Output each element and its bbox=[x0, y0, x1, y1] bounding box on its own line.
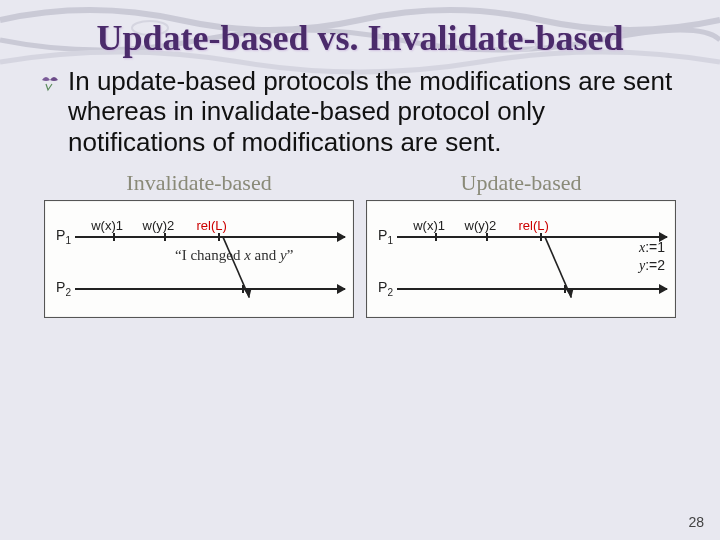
right-box: P1 w(x)1 w(y)2 rel(L) x:=1 y:=2 P2 bbox=[366, 200, 676, 318]
right-p1-timeline: P1 w(x)1 w(y)2 rel(L) bbox=[375, 215, 667, 259]
body-text: In update-based protocols the modificati… bbox=[68, 66, 680, 158]
right-ev1: w(x)1 bbox=[413, 218, 445, 233]
bullet-icon bbox=[40, 76, 60, 92]
right-heading: Update-based bbox=[366, 170, 676, 196]
left-box: P1 w(x)1 w(y)2 rel(L) “I changed x and y… bbox=[44, 200, 354, 318]
left-ev3: rel(L) bbox=[197, 218, 227, 233]
left-p2-timeline: P2 bbox=[53, 267, 345, 311]
left-diagram: Invalidate-based P1 w(x)1 w(y)2 rel(L) “… bbox=[44, 170, 354, 318]
left-p1-label: P1 bbox=[53, 227, 71, 246]
right-p2-label: P2 bbox=[375, 279, 393, 298]
left-p2-label: P2 bbox=[53, 279, 71, 298]
slide-title: Update-based vs. Invalidate-based bbox=[40, 20, 680, 58]
left-ev2: w(y)2 bbox=[143, 218, 175, 233]
right-ev2: w(y)2 bbox=[465, 218, 497, 233]
left-quote: “I changed x and y” bbox=[175, 247, 293, 264]
right-ev3: rel(L) bbox=[519, 218, 549, 233]
right-diagram: Update-based P1 w(x)1 w(y)2 rel(L) x:=1 bbox=[366, 170, 676, 318]
left-p1-arrow: w(x)1 w(y)2 rel(L) bbox=[75, 236, 345, 238]
right-p1-label: P1 bbox=[375, 227, 393, 246]
right-p2-timeline: P2 bbox=[375, 267, 667, 311]
diagram-row: Invalidate-based P1 w(x)1 w(y)2 rel(L) “… bbox=[40, 170, 680, 318]
left-heading: Invalidate-based bbox=[44, 170, 354, 196]
left-ev1: w(x)1 bbox=[91, 218, 123, 233]
left-p2-arrow bbox=[75, 288, 345, 290]
right-p1-arrow: w(x)1 w(y)2 rel(L) bbox=[397, 236, 667, 238]
right-p2-arrow bbox=[397, 288, 667, 290]
page-number: 28 bbox=[688, 514, 704, 530]
bullet-row: In update-based protocols the modificati… bbox=[40, 66, 680, 158]
